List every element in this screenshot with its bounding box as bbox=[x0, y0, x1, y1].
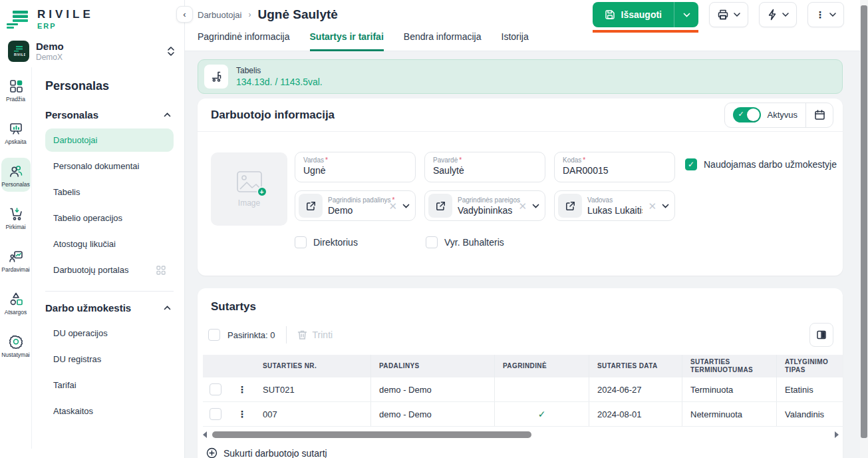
rail-item-nustatymai[interactable]: Nustatymai bbox=[1, 328, 31, 362]
row-checkbox[interactable] bbox=[210, 408, 221, 420]
save-button[interactable]: Išsaugoti bbox=[593, 2, 698, 27]
col-pagrindine[interactable]: PAGRINDINĖ bbox=[495, 355, 589, 377]
calendar-button[interactable] bbox=[806, 103, 833, 127]
toggle-on-icon[interactable]: ✓ bbox=[733, 107, 761, 122]
rail-item-apskaita[interactable]: Apskaita bbox=[1, 115, 31, 149]
delete-button[interactable]: Trinti bbox=[297, 330, 333, 340]
direktorius-checkbox[interactable]: Direktorius bbox=[295, 236, 358, 248]
row-checkbox[interactable] bbox=[210, 383, 221, 395]
checkbox-icon[interactable] bbox=[426, 236, 438, 248]
sidebar-title: Personalas bbox=[45, 79, 174, 93]
sidebar-item-du-registras[interactable]: DU registras bbox=[45, 347, 174, 371]
col-terminuotumas[interactable]: SUTARTIES TERMINUOTUMAS bbox=[682, 355, 777, 377]
brand-sub: ERP bbox=[37, 22, 94, 30]
rail-item-pirkimai[interactable]: Pirkimai bbox=[1, 200, 31, 234]
calendar-icon bbox=[814, 109, 825, 120]
col-atlyginimo-tipas[interactable]: ATLYGINIMO TIPAS bbox=[777, 355, 841, 377]
tab-sutartys-ir-tarifai[interactable]: Sutartys ir tarifai bbox=[310, 31, 384, 51]
sidebar-item-darbuotoju-portalas[interactable]: Darbuotojų portalas bbox=[45, 258, 174, 282]
save-dropdown-button[interactable] bbox=[674, 2, 698, 27]
rail-item-pardavimai[interactable]: Pardavimai bbox=[1, 243, 31, 277]
chevron-updown-icon[interactable] bbox=[167, 46, 175, 57]
checkbox-icon[interactable] bbox=[295, 236, 307, 248]
col-sutarties-nr[interactable]: SUTARTIES NR. bbox=[255, 355, 371, 377]
table-row[interactable]: ⋮ 007 demo - Demo ✓ 2024-08-01 Neterminu… bbox=[203, 402, 843, 427]
row-menu-icon[interactable]: ⋮ bbox=[237, 409, 247, 419]
chevron-down-icon[interactable] bbox=[402, 204, 410, 208]
clear-icon[interactable]: ✕ bbox=[388, 201, 397, 211]
column-settings-button[interactable] bbox=[809, 323, 833, 347]
section-darbo-uzmokestis[interactable]: Darbo užmokestis bbox=[45, 302, 171, 314]
open-record-button[interactable] bbox=[558, 194, 582, 218]
tabelis-banner[interactable]: Tabelis 134.13d. / 1143.5val. bbox=[198, 59, 843, 94]
chevron-down-icon[interactable] bbox=[662, 204, 669, 208]
brand: RIVILE ERP bbox=[0, 0, 184, 34]
active-toggle[interactable]: ✓ Aktyvus bbox=[725, 103, 806, 127]
unsaved-changes-indicator bbox=[593, 30, 698, 33]
tabelis-icon bbox=[204, 65, 228, 89]
section-personalas[interactable]: Personalas bbox=[45, 109, 171, 120]
breadcrumb-parent[interactable]: Darbuotojai bbox=[198, 10, 242, 20]
pareigos-select[interactable]: Pagrindinės pareigos Vadybininkas ✕ bbox=[424, 190, 545, 221]
vertical-scrollbar[interactable] bbox=[860, 0, 868, 458]
naudojamas-checkbox[interactable]: ✓ Naudojamas darbo užmokestyje bbox=[685, 158, 837, 170]
lightning-icon bbox=[767, 9, 778, 21]
trash-icon bbox=[297, 330, 307, 340]
sidebar-collapse-button[interactable]: ‹ bbox=[176, 6, 193, 23]
buhalteris-checkbox[interactable]: Vyr. Buhalteris bbox=[426, 236, 504, 248]
sidebar-item-personalo-dokumentai[interactable]: Personalo dokumentai bbox=[45, 154, 174, 178]
company-selector[interactable]: RIVILE Demo DemoX bbox=[8, 41, 175, 62]
chevron-up-icon bbox=[164, 306, 171, 310]
chevron-down-icon bbox=[734, 13, 740, 17]
rail-item-atsargos[interactable]: Atsargos bbox=[1, 286, 31, 320]
kodas-field[interactable]: Kodas* DAR00015 bbox=[554, 152, 675, 182]
clear-icon[interactable]: ✕ bbox=[518, 201, 527, 211]
vardas-field[interactable]: Vardas* Ugnė bbox=[295, 152, 416, 182]
more-menu-button[interactable]: ⋮ bbox=[807, 2, 844, 27]
vadovas-select[interactable]: Vadovas Lukas Lukaitis ✕ bbox=[554, 190, 675, 221]
hscroll-thumb[interactable] bbox=[212, 431, 531, 438]
pavarde-field[interactable]: Pavardė* Saulytė bbox=[424, 152, 545, 182]
rail-item-personalas[interactable]: Personalas bbox=[1, 158, 31, 192]
chevron-up-icon bbox=[164, 113, 171, 117]
table-row[interactable]: ⋮ SUT021 demo - Demo 2024-06-27 Terminuo… bbox=[203, 377, 843, 402]
main-area: ‹ Darbuotojai › Ugnė Saulytė Išsaugoti bbox=[185, 0, 868, 458]
chevron-down-icon[interactable] bbox=[532, 204, 539, 208]
scroll-left-icon[interactable] bbox=[203, 431, 207, 438]
sidebar-item-ataskaitos[interactable]: Ataskaitos bbox=[45, 399, 174, 423]
active-control-group: ✓ Aktyvus bbox=[724, 103, 833, 128]
create-contract-link[interactable]: Sukurti darbuotojo sutartį bbox=[206, 447, 843, 458]
checkbox-checked-icon[interactable]: ✓ bbox=[685, 158, 697, 170]
sidebar-item-darbuotojai[interactable]: Darbuotojai bbox=[45, 128, 174, 152]
select-all-checkbox[interactable] bbox=[208, 329, 220, 341]
left-panel: RIVILE ERP RIVILE Demo DemoX Pradžia Aps… bbox=[0, 0, 185, 458]
open-record-button[interactable] bbox=[299, 194, 323, 218]
sidebar-item-tarifai[interactable]: Tarifai bbox=[45, 373, 174, 397]
row-menu-icon[interactable]: ⋮ bbox=[237, 384, 247, 395]
sidebar-item-tabelis[interactable]: Tabelis bbox=[45, 180, 174, 204]
horizontal-scrollbar[interactable] bbox=[203, 430, 839, 439]
tab-bendra-informacija[interactable]: Bendra informacija bbox=[404, 31, 482, 51]
sidebar-menu: Personalas Personalas Darbuotojai Person… bbox=[32, 67, 184, 449]
actions-lightning-button[interactable] bbox=[759, 2, 797, 27]
tab-pagrindine-informacija[interactable]: Pagrindinė informacija bbox=[198, 31, 290, 51]
sidebar-item-atostogu-likuciai[interactable]: Atostogų likučiai bbox=[45, 232, 174, 256]
scroll-right-icon[interactable] bbox=[835, 431, 839, 438]
col-padalinys[interactable]: PADALINYS bbox=[371, 355, 495, 377]
open-record-button[interactable] bbox=[428, 194, 452, 218]
employee-photo-upload[interactable]: + Image bbox=[211, 152, 287, 226]
sidebar-item-tabelio-operacijos[interactable]: Tabelio operacijos bbox=[45, 206, 174, 230]
clear-icon[interactable]: ✕ bbox=[648, 201, 656, 211]
padalinys-select[interactable]: Pagrindinis padalinys* Demo ✕ bbox=[295, 190, 416, 221]
sidebar-item-du-operacijos[interactable]: DU operacijos bbox=[45, 322, 174, 345]
breadcrumb-separator: › bbox=[249, 10, 251, 19]
gear-icon bbox=[1, 334, 31, 349]
rail-item-pradzia[interactable]: Pradžia bbox=[1, 73, 31, 107]
col-sutarties-data[interactable]: SUTARTIES DATA bbox=[589, 355, 682, 377]
company-code: DemoX bbox=[36, 53, 64, 62]
print-button[interactable] bbox=[709, 2, 748, 27]
tab-istorija[interactable]: Istorija bbox=[502, 31, 529, 51]
vscroll-thumb[interactable] bbox=[861, 5, 867, 438]
active-toggle-label: Aktyvus bbox=[767, 110, 797, 120]
main-contract-check: ✓ bbox=[538, 409, 546, 419]
